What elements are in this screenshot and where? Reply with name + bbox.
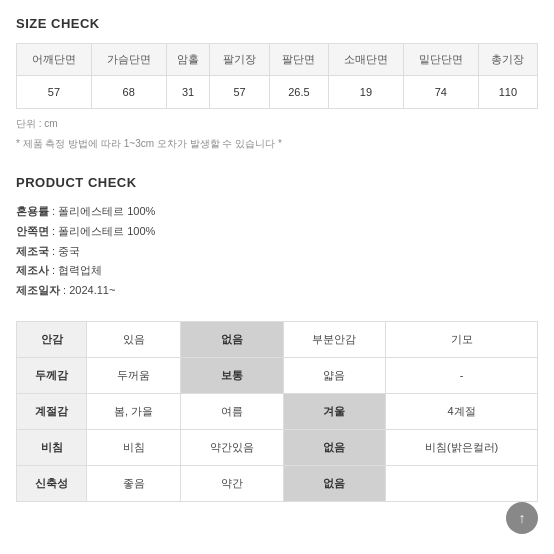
size-value-cell: 74 — [403, 76, 478, 109]
size-header-cell: 팔단면 — [269, 44, 328, 76]
check-grid-row: 신축성좋음약간없음 — [17, 465, 538, 501]
size-header-cell: 가슴단면 — [91, 44, 166, 76]
product-info-line: 제조국 : 중국 — [16, 242, 538, 262]
product-info: 혼용률 : 폴리에스테르 100%안쪽면 : 폴리에스테르 100%제조국 : … — [16, 202, 538, 301]
size-value-cell: 110 — [478, 76, 537, 109]
check-grid-option: 있음 — [87, 321, 181, 357]
scroll-top-button[interactable]: ↑ — [506, 502, 538, 534]
check-grid-label: 안감 — [17, 321, 87, 357]
check-grid-option: 없음 — [181, 321, 283, 357]
size-header-cell: 어깨단면 — [17, 44, 92, 76]
unit-note: 단위 : cm — [16, 117, 538, 131]
check-grid-option: 약간 — [181, 465, 283, 501]
check-grid-option: 약간있음 — [181, 429, 283, 465]
check-grid-table: 안감있음없음부분안감기모두께감두꺼움보통얇음-계절감봄, 가을여름겨울4계절비침… — [16, 321, 538, 502]
size-header-cell: 밑단단면 — [403, 44, 478, 76]
check-grid-label: 신축성 — [17, 465, 87, 501]
check-grid-row: 안감있음없음부분안감기모 — [17, 321, 538, 357]
size-header-cell: 팔기장 — [210, 44, 269, 76]
check-grid-option: 보통 — [181, 357, 283, 393]
check-grid-option: 4계절 — [386, 393, 538, 429]
product-info-line: 안쪽면 : 폴리에스테르 100% — [16, 222, 538, 242]
size-value-cell: 68 — [91, 76, 166, 109]
product-info-line: 혼용률 : 폴리에스테르 100% — [16, 202, 538, 222]
check-grid-option: 여름 — [181, 393, 283, 429]
check-grid-option: 없음 — [283, 465, 385, 501]
size-check-title: SIZE CHECK — [16, 16, 538, 31]
check-grid-option: 겨울 — [283, 393, 385, 429]
product-check-section: PRODUCT CHECK 혼용률 : 폴리에스테르 100%안쪽면 : 폴리에… — [16, 175, 538, 502]
size-value-cell: 31 — [166, 76, 210, 109]
check-grid-option: - — [386, 357, 538, 393]
check-grid-option: 비침 — [87, 429, 181, 465]
check-grid-option: 좋음 — [87, 465, 181, 501]
check-grid-row: 두께감두꺼움보통얇음- — [17, 357, 538, 393]
check-grid-option: 기모 — [386, 321, 538, 357]
check-grid-option — [386, 465, 538, 501]
size-header-cell: 소매단면 — [329, 44, 404, 76]
check-grid-option: 얇음 — [283, 357, 385, 393]
check-grid-option: 봄, 가을 — [87, 393, 181, 429]
product-check-title: PRODUCT CHECK — [16, 175, 538, 190]
size-value-cell: 57 — [210, 76, 269, 109]
check-grid-row: 계절감봄, 가을여름겨울4계절 — [17, 393, 538, 429]
check-grid-label: 비침 — [17, 429, 87, 465]
check-grid-option: 없음 — [283, 429, 385, 465]
product-info-line: 제조사 : 협력업체 — [16, 261, 538, 281]
measurement-note: * 제품 측정 방법에 따라 1~3cm 오차가 발생할 수 있습니다 * — [16, 137, 538, 151]
check-grid-option: 두꺼움 — [87, 357, 181, 393]
check-grid-option: 비침(밝은컬러) — [386, 429, 538, 465]
check-grid-option: 부분안감 — [283, 321, 385, 357]
product-info-line: 제조일자 : 2024.11~ — [16, 281, 538, 301]
size-table: 어깨단면가슴단면암홀팔기장팔단면소매단면밑단단면총기장 5768315726.5… — [16, 43, 538, 109]
size-header-cell: 암홀 — [166, 44, 210, 76]
size-header-cell: 총기장 — [478, 44, 537, 76]
size-value-cell: 19 — [329, 76, 404, 109]
size-check-section: SIZE CHECK 어깨단면가슴단면암홀팔기장팔단면소매단면밑단단면총기장 5… — [16, 16, 538, 151]
size-value-cell: 26.5 — [269, 76, 328, 109]
check-grid-label: 두께감 — [17, 357, 87, 393]
size-value-cell: 57 — [17, 76, 92, 109]
check-grid-label: 계절감 — [17, 393, 87, 429]
check-grid-row: 비침비침약간있음없음비침(밝은컬러) — [17, 429, 538, 465]
